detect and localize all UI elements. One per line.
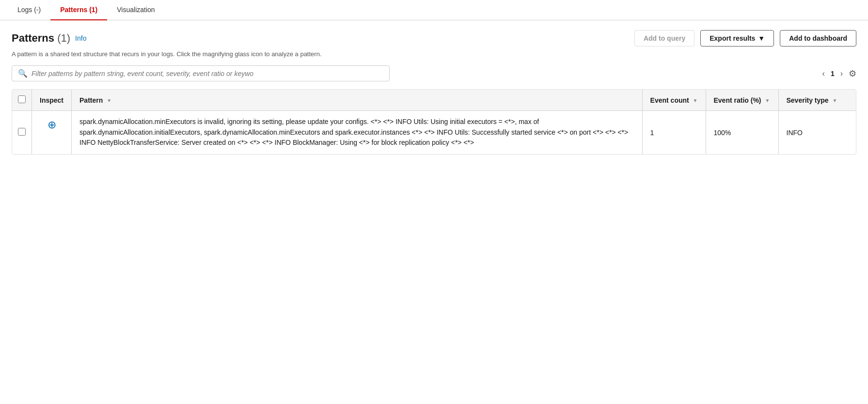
search-row: 🔍 ‹ 1 › ⚙ bbox=[12, 65, 856, 81]
patterns-count: (1) bbox=[57, 32, 70, 44]
inspect-icon-0[interactable]: ⊕ bbox=[47, 119, 56, 131]
row-inspect-cell: ⊕ bbox=[32, 111, 72, 155]
row-checkbox-0[interactable] bbox=[18, 128, 26, 136]
tab-visualization[interactable]: Visualization bbox=[107, 0, 164, 20]
header-row: Patterns (1) Info Add to query Export re… bbox=[12, 30, 856, 47]
add-to-query-button[interactable]: Add to query bbox=[634, 30, 694, 47]
patterns-table-container: Inspect Pattern ▼ Event count ▼ Event ra… bbox=[12, 89, 856, 155]
th-event-count: Event count ▼ bbox=[642, 90, 706, 111]
export-results-button[interactable]: Export results ▼ bbox=[700, 30, 774, 47]
tab-bar: Logs (-) Patterns (1) Visualization bbox=[0, 0, 868, 20]
event-count-sort-icon[interactable]: ▼ bbox=[693, 98, 698, 103]
row-severity-type: INFO bbox=[778, 111, 856, 155]
pattern-sort-icon[interactable]: ▼ bbox=[107, 98, 111, 103]
patterns-table: Inspect Pattern ▼ Event count ▼ Event ra… bbox=[12, 90, 856, 154]
row-event-ratio: 100% bbox=[706, 111, 778, 155]
header-buttons: Add to query Export results ▼ Add to das… bbox=[634, 30, 856, 47]
page-description: A pattern is a shared text structure tha… bbox=[12, 50, 856, 58]
th-pattern: Pattern ▼ bbox=[72, 90, 643, 111]
page-title: Patterns (1) bbox=[12, 32, 70, 45]
search-box: 🔍 bbox=[12, 65, 390, 81]
header-left: Patterns (1) Info bbox=[12, 32, 86, 45]
table-settings-icon[interactable]: ⚙ bbox=[849, 68, 856, 79]
th-inspect: Inspect bbox=[32, 90, 72, 111]
row-event-count: 1 bbox=[642, 111, 706, 155]
add-to-dashboard-button[interactable]: Add to dashboard bbox=[780, 30, 856, 47]
main-content: Patterns (1) Info Add to query Export re… bbox=[0, 20, 868, 164]
prev-page-button[interactable]: ‹ bbox=[821, 67, 827, 80]
search-icon: 🔍 bbox=[18, 69, 28, 78]
search-input[interactable] bbox=[32, 70, 383, 78]
severity-sort-icon[interactable]: ▼ bbox=[833, 98, 837, 103]
event-ratio-sort-icon[interactable]: ▼ bbox=[765, 98, 770, 103]
tab-patterns[interactable]: Patterns (1) bbox=[50, 0, 107, 20]
row-pattern-text: spark.dynamicAllocation.minExecutors is … bbox=[72, 111, 643, 155]
info-link[interactable]: Info bbox=[75, 34, 86, 42]
select-all-checkbox[interactable] bbox=[18, 95, 26, 103]
table-row: ⊕ spark.dynamicAllocation.minExecutors i… bbox=[12, 111, 856, 155]
next-page-button[interactable]: › bbox=[838, 67, 845, 80]
export-dropdown-icon: ▼ bbox=[758, 34, 765, 42]
th-event-ratio: Event ratio (%) ▼ bbox=[706, 90, 778, 111]
table-header-row: Inspect Pattern ▼ Event count ▼ Event ra… bbox=[12, 90, 856, 111]
tab-logs[interactable]: Logs (-) bbox=[8, 0, 50, 20]
pagination-controls: ‹ 1 › ⚙ bbox=[821, 67, 856, 80]
th-select-all bbox=[12, 90, 32, 111]
current-page: 1 bbox=[831, 70, 835, 78]
row-checkbox-cell bbox=[12, 111, 32, 155]
th-severity-type: Severity type ▼ bbox=[778, 90, 856, 111]
